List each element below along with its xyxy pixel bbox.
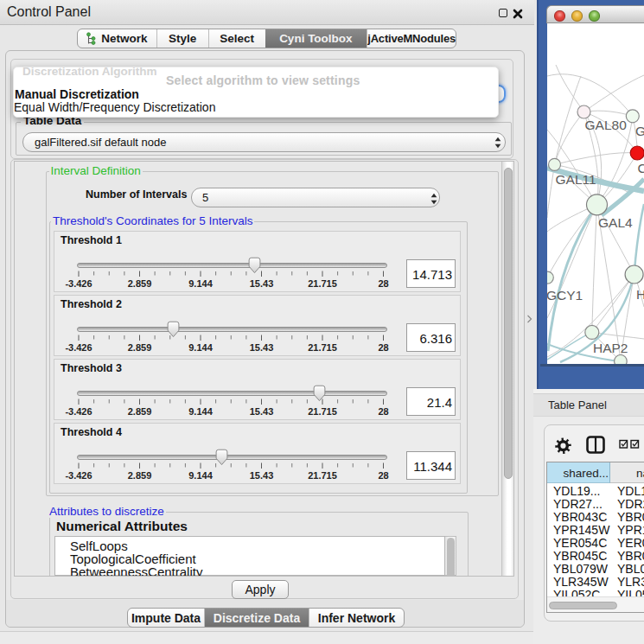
svg-text:GAL4: GAL4 [598,215,633,230]
svg-text:GAL80: GAL80 [585,118,628,132]
svg-text:CY: CY [638,161,644,175]
svg-text:HAP2: HAP2 [593,341,628,355]
svg-text:GAL7: GAL7 [635,124,644,138]
svg-text:HA: HA [636,287,644,302]
svg-text:GCY1: GCY1 [547,288,583,303]
svg-text:GAL11: GAL11 [556,172,596,187]
